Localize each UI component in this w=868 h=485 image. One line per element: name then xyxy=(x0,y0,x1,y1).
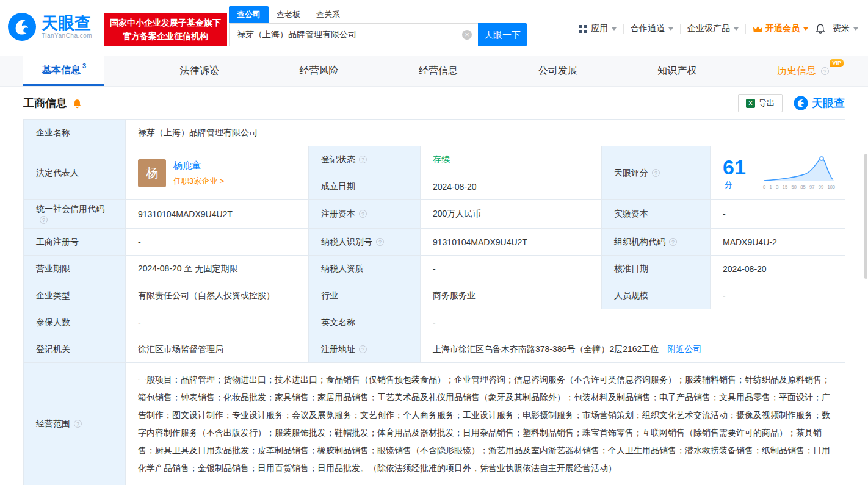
value-insured-count: - xyxy=(126,309,309,336)
tab-legal-litigation[interactable]: 法律诉讼 xyxy=(175,56,224,86)
help-icon[interactable] xyxy=(669,238,677,246)
value-company-type: 有限责任公司（自然人投资或控股） xyxy=(126,282,309,309)
value-tianyan-score[interactable]: 61分 0131550859799100 xyxy=(711,146,845,200)
tab-business-risk[interactable]: 经营风险 xyxy=(294,56,343,86)
help-icon[interactable] xyxy=(359,345,367,353)
tab-label: 经营风险 xyxy=(299,65,338,77)
tianyancha-logo-icon xyxy=(7,12,37,41)
apps-grid-icon xyxy=(579,25,582,28)
chevron-down-icon xyxy=(803,27,808,31)
nav-divider xyxy=(745,24,746,34)
nav-divider xyxy=(623,24,624,34)
help-icon[interactable] xyxy=(359,156,367,163)
label-credit-code: 统一社会信用代码 xyxy=(24,200,126,229)
table-row: 参保人数 - 英文名称 - xyxy=(24,309,845,336)
search-tab-relation[interactable]: 查关系 xyxy=(308,6,348,23)
table-row: 经营范围 一般项目：品牌管理；货物进出口；技术进出口；食品销售（仅销售预包装食品… xyxy=(24,363,845,485)
tab-history-info[interactable]: 历史信息 VIP xyxy=(772,56,845,86)
table-row: 统一社会信用代码 91310104MADX9U4U2T 注册资本 200万人民币… xyxy=(24,200,845,229)
label-registered-address: 注册地址 xyxy=(309,336,421,363)
gov-certification-badge: 国家中小企业发展子基金旗下 官方备案企业征信机构 xyxy=(104,13,227,46)
help-icon[interactable] xyxy=(376,238,384,246)
tab-company-development[interactable]: 公司发展 xyxy=(533,56,582,86)
legal-rep-name-link[interactable]: 杨鹿童 xyxy=(173,160,224,171)
excel-icon xyxy=(746,99,755,108)
tab-basic-info[interactable]: 基本信息 3 xyxy=(23,56,104,86)
nav-user-label: 费米 xyxy=(833,23,850,34)
legal-rep-card: 杨 杨鹿童 任职3家企业 > xyxy=(138,159,298,187)
gov-badge-line2: 官方备案企业征信机构 xyxy=(110,30,221,43)
value-legal-representative: 杨 杨鹿童 任职3家企业 > xyxy=(126,146,309,200)
search-tab-company[interactable]: 查公司 xyxy=(229,6,269,23)
value-approval-date: 2024-08-20 xyxy=(711,256,845,282)
label-paid-capital: 实缴资本 xyxy=(602,200,711,229)
label-approval-date: 核准日期 xyxy=(602,256,711,282)
business-info-table: 企业名称 禄芽（上海）品牌管理有限公司 法定代表人 杨 杨鹿童 任职3家企业 > xyxy=(23,119,845,485)
logo-brand-name: 天眼查 xyxy=(42,15,92,32)
nav-apps[interactable]: 应用 xyxy=(579,23,617,34)
clear-icon[interactable] xyxy=(462,30,472,40)
watermark-logo-text: 天眼查 xyxy=(812,96,845,110)
help-icon[interactable] xyxy=(40,216,48,224)
value-english-name: - xyxy=(421,309,845,336)
subscribe-bell-icon[interactable] xyxy=(72,98,82,109)
search-input-wrap xyxy=(229,23,478,46)
tab-label: 知识产权 xyxy=(657,65,696,77)
nav-cooperation[interactable]: 合作通道 xyxy=(631,23,673,34)
score-axis: 0131550859799100 xyxy=(763,184,835,190)
label-registration-number: 工商注册号 xyxy=(24,229,126,256)
score-number: 61 xyxy=(723,156,746,179)
section-title: 工商信息 xyxy=(23,96,67,110)
tab-label: 历史信息 xyxy=(777,65,816,77)
label-establish-date: 成立日期 xyxy=(309,173,421,200)
tab-label: 基本信息 xyxy=(42,64,81,77)
vip-badge: VIP xyxy=(830,59,844,67)
top-header: 天眼查 TianYanCha.com 国家中小企业发展子基金旗下 官方备案企业征… xyxy=(0,0,868,56)
value-company-name: 禄芽（上海）品牌管理有限公司 xyxy=(126,120,845,146)
search-area: 查公司 查老板 查关系 天眼一下 xyxy=(229,6,527,46)
value-registered-capital: 200万人民币 xyxy=(421,200,602,229)
table-row: 法定代表人 杨 杨鹿童 任职3家企业 > 登记状态 存续 天眼评分 xyxy=(24,146,845,173)
help-icon[interactable] xyxy=(74,420,82,428)
tab-count-badge: 3 xyxy=(82,62,86,70)
nav-user-account[interactable]: 费米 xyxy=(833,23,858,34)
tab-business-info[interactable]: 经营信息 xyxy=(414,56,463,86)
table-row: 登记机关 徐汇区市场监督管理局 注册地址 上海市徐汇区乌鲁木齐南路378-386… xyxy=(24,336,845,363)
watermark-logo: 天眼查 xyxy=(794,96,845,110)
tab-label: 经营信息 xyxy=(419,65,458,77)
logo-domain: TianYanCha.com xyxy=(42,32,92,39)
vertical-scrollbar[interactable] xyxy=(864,154,867,279)
score-curve xyxy=(763,156,835,182)
score-unit: 分 xyxy=(725,180,732,189)
search-button[interactable]: 天眼一下 xyxy=(478,23,527,46)
legal-rep-avatar[interactable]: 杨 xyxy=(138,159,166,187)
notifications-bell[interactable] xyxy=(815,23,826,34)
legal-rep-companies-link[interactable]: 任职3家企业 > xyxy=(173,176,224,187)
tab-intellectual-property[interactable]: 知识产权 xyxy=(653,56,701,86)
help-icon[interactable] xyxy=(652,169,660,177)
label-english-name: 英文名称 xyxy=(309,309,421,336)
table-row: 企业名称 禄芽（上海）品牌管理有限公司 xyxy=(24,120,845,146)
chevron-down-icon xyxy=(668,27,673,31)
label-registered-capital: 注册资本 xyxy=(309,200,421,229)
export-button[interactable]: 导出 xyxy=(738,94,783,112)
search-tab-boss[interactable]: 查老板 xyxy=(269,6,308,23)
search-input[interactable] xyxy=(229,23,478,46)
label-business-scope: 经营范围 xyxy=(24,363,126,485)
nearby-companies-link[interactable]: 附近公司 xyxy=(667,344,701,354)
help-icon[interactable] xyxy=(359,210,367,218)
value-credit-code: 91310104MADX9U4U2T xyxy=(126,200,309,229)
score-distribution-chart: 0131550859799100 xyxy=(763,156,835,190)
table-row: 工商注册号 - 纳税人识别号 91310104MADX9U4U2T 组织机构代码… xyxy=(24,229,845,256)
nav-enterprise-products[interactable]: 企业级产品 xyxy=(687,23,739,34)
company-detail-tabs: 基本信息 3 法律诉讼 经营风险 经营信息 公司发展 知识产权 历史信息 VIP xyxy=(0,56,868,87)
label-insured-count: 参保人数 xyxy=(24,309,126,336)
page: 天眼查 TianYanCha.com 国家中小企业发展子基金旗下 官方备案企业征… xyxy=(0,0,868,485)
tianyancha-logo[interactable]: 天眼查 TianYanCha.com xyxy=(7,12,92,41)
nav-open-vip[interactable]: 开通会员 xyxy=(753,23,808,34)
help-icon[interactable] xyxy=(821,67,829,75)
nav-divider xyxy=(680,24,681,34)
legal-rep-info: 杨鹿童 任职3家企业 > xyxy=(173,160,224,187)
label-company-name: 企业名称 xyxy=(24,120,126,146)
section-actions: 导出 天眼查 xyxy=(738,94,845,112)
